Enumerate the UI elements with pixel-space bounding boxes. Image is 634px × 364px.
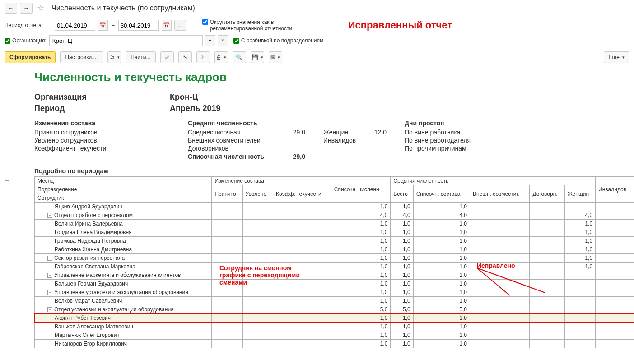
col-avg: Средняя численность: [391, 177, 596, 185]
changes-head: Изменения состава: [34, 120, 170, 127]
table-row[interactable]: Волков Марат Савельевич1,01,01,0: [35, 297, 634, 305]
page-title: Численность и текучесть (по сотрудникам): [51, 4, 195, 12]
table-row[interactable]: Бальцер Герман Эдуардович1,01,01,0: [35, 280, 634, 288]
period-select-button[interactable]: …: [174, 20, 186, 31]
table-row[interactable]: Акопян Рубен Гезевич1,01,01,0: [35, 314, 634, 323]
form-button[interactable]: Сформировать: [5, 51, 56, 63]
col-hired: Принято: [212, 185, 242, 203]
fixed-annotation: Исправлено: [477, 262, 515, 269]
list-count-val: 29,0: [293, 153, 305, 160]
org-meta-value: Крон-Ц: [170, 92, 198, 102]
section-periods: Подробно по периодам: [34, 167, 634, 175]
col-month: Месяц: [35, 177, 212, 185]
col-fired: Уволено: [242, 185, 273, 203]
col-list: Списочн. численн.: [331, 177, 391, 203]
table-row[interactable]: -Отдел установки и эксплуатации оборудов…: [35, 305, 634, 314]
period-meta-label: Период: [34, 104, 170, 113]
table-row[interactable]: -Сектор развития персонала1,01,01,01,0: [35, 254, 634, 263]
fixed-report-note: Исправленный отчет: [348, 19, 452, 31]
table-row[interactable]: Волина Ирина Валерьевна1,01,01,01,0: [35, 220, 634, 228]
org-label: Организация:: [12, 37, 47, 44]
women-val: 12,0: [374, 129, 387, 136]
expand-icon[interactable]: ⤢: [160, 51, 174, 63]
org-dropdown-button[interactable]: ▾: [205, 35, 215, 46]
period-meta-value: Апрель 2019: [170, 104, 220, 113]
table-row[interactable]: Никаноров Егор Кириллович1,01,01,0: [35, 340, 634, 348]
period-label: Период отчета:: [5, 22, 52, 28]
shift-annotation: Сотрудник на сменном графике с переходящ…: [219, 264, 319, 286]
org-input[interactable]: [49, 35, 203, 46]
table-row[interactable]: Ваньков Александр Матвеевич1,01,01,0: [35, 323, 634, 331]
more-button[interactable]: Еще: [604, 51, 629, 63]
col-external: Внешн. совместит.: [470, 185, 530, 203]
table-row[interactable]: Гордина Елена Владимировна1,01,01,01,0: [35, 228, 634, 237]
round-label: Округлять значения как в регламентирован…: [210, 19, 309, 32]
print-button[interactable]: 🖨: [214, 51, 228, 63]
date-to-input[interactable]: [118, 20, 159, 31]
sum-icon[interactable]: Σ: [196, 51, 210, 63]
preview-button[interactable]: 🔍: [233, 51, 246, 63]
col-employee: Сотрудник: [35, 194, 212, 203]
by-dept-label: С разбивкой по подразделениям: [241, 37, 324, 44]
hired-label: Принято сотрудников: [34, 129, 170, 136]
table-row[interactable]: Работкина Жанна Дмитриевна1,01,01,01,0: [35, 245, 634, 254]
date-from-picker-button[interactable]: 📅: [98, 20, 108, 31]
favorite-star-icon[interactable]: ☆: [37, 3, 44, 13]
col-total: Всего: [391, 185, 413, 203]
col-contract: Договорн.: [530, 185, 564, 203]
table-row[interactable]: -Управление маркетинга и обслуживания кл…: [35, 271, 634, 280]
tree-gutter: -: [0, 66, 16, 348]
org-meta-label: Организация: [34, 92, 170, 102]
downtime-head: Дни простоя: [405, 120, 495, 127]
table-row[interactable]: Мартынюк Олег Егорович1,01,01,0: [35, 331, 634, 340]
data-table: Месяц Изменение состава Списочн. численн…: [34, 176, 634, 348]
tree-toggle[interactable]: -: [47, 256, 52, 261]
tree-toggle[interactable]: -: [47, 307, 52, 312]
table-row[interactable]: -Отдел по работе с персоналом4,04,04,04,…: [35, 211, 634, 220]
variants-button[interactable]: 🗂: [107, 51, 121, 63]
table-row[interactable]: Яцкив Андрей Эдуардович1,01,01,0: [35, 203, 634, 211]
report-title: Численность и текучесть кадров: [34, 70, 634, 84]
org-checkbox[interactable]: [5, 38, 10, 44]
tree-toggle[interactable]: -: [47, 213, 52, 218]
col-change: Изменение состава: [212, 177, 331, 185]
find-button[interactable]: Найти...: [126, 51, 155, 63]
col-turnover: Коэфф. текучести: [273, 185, 331, 203]
date-from-input[interactable]: [55, 20, 95, 31]
tree-toggle[interactable]: -: [47, 273, 52, 278]
date-to-picker-button[interactable]: 📅: [162, 20, 172, 31]
tree-toggle[interactable]: -: [47, 290, 52, 295]
col-dept: Подразделение: [35, 185, 212, 194]
settings-button[interactable]: Настройки...: [60, 51, 103, 63]
org-clear-button[interactable]: ×: [218, 35, 228, 46]
turnover-label: Коэффициент текучести: [34, 145, 170, 152]
send-button[interactable]: ✉: [269, 51, 282, 63]
col-list2: Списочн. состава: [413, 185, 470, 203]
by-dept-checkbox[interactable]: [233, 38, 239, 44]
col-disabled: Инвалидов: [596, 177, 634, 203]
nav-forward-button[interactable]: →: [20, 3, 33, 14]
save-button[interactable]: 💾: [251, 51, 264, 63]
tree-toggle[interactable]: -: [5, 180, 9, 185]
table-row[interactable]: Габровская Светлана Марковна1,01,01,01,0: [35, 263, 634, 271]
col-women: Женщин: [564, 185, 595, 203]
avg-head: Средняя численность: [188, 120, 305, 127]
nav-back-button[interactable]: ←: [5, 3, 17, 14]
table-row[interactable]: Громова Надежда Петровна1,01,01,01,0: [35, 237, 634, 245]
fired-label: Уволено сотрудников: [34, 137, 170, 144]
avg-list-val: 29,0: [293, 129, 305, 136]
collapse-icon[interactable]: ⤡: [178, 51, 192, 63]
round-checkbox[interactable]: [202, 19, 208, 25]
